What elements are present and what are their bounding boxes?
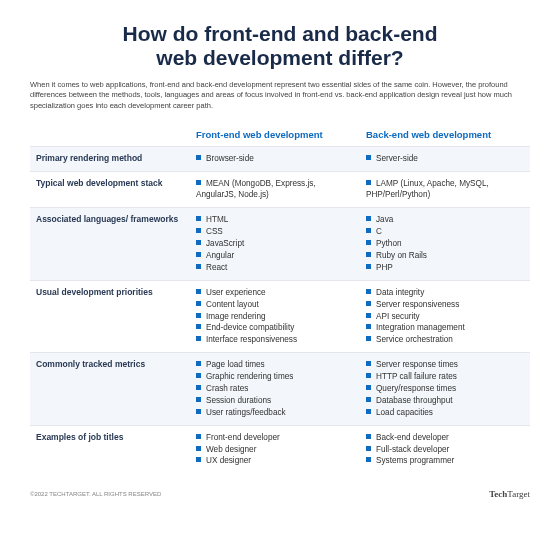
frontend-cell: User experienceContent layoutImage rende…: [190, 280, 360, 352]
list-item: PHP: [366, 262, 524, 274]
backend-list: LAMP (Linux, Apache, MySQL, PHP/Perl/Pyt…: [366, 178, 524, 202]
frontend-cell: Browser-side: [190, 146, 360, 171]
list-item: Integration management: [366, 322, 524, 334]
comparison-table: Front-end web development Back-end web d…: [30, 123, 530, 474]
list-item: Angular: [196, 250, 354, 262]
list-item: Load capacities: [366, 407, 524, 419]
list-item: React: [196, 262, 354, 274]
row-label: Examples of job titles: [30, 425, 190, 473]
brand-right: Target: [507, 489, 530, 499]
frontend-list: Front-end developerWeb designerUX design…: [196, 432, 354, 468]
row-label: Usual development priorities: [30, 280, 190, 352]
list-item: MEAN (MongoDB, Express.js, AngularJS, No…: [196, 178, 354, 202]
backend-list: Server-side: [366, 153, 524, 165]
list-item: LAMP (Linux, Apache, MySQL, PHP/Perl/Pyt…: [366, 178, 524, 202]
backend-cell: Data integrityServer responsivenessAPI s…: [360, 280, 530, 352]
frontend-list: HTMLCSSJavaScriptAngularReact: [196, 214, 354, 273]
list-item: Browser-side: [196, 153, 354, 165]
list-item: Interface responsiveness: [196, 334, 354, 346]
list-item: Web designer: [196, 444, 354, 456]
row-label: Associated languages/ frameworks: [30, 208, 190, 280]
brand-left: Tech: [489, 489, 507, 499]
table-row: Commonly tracked metricsPage load timesG…: [30, 353, 530, 425]
title-line-1: How do front-end and back-end: [123, 22, 438, 45]
backend-list: Server response timesHTTP call failure r…: [366, 359, 524, 418]
list-item: C: [366, 226, 524, 238]
frontend-list: User experienceContent layoutImage rende…: [196, 287, 354, 346]
list-item: Front-end developer: [196, 432, 354, 444]
row-label: Typical web development stack: [30, 171, 190, 208]
list-item: End-device compatibility: [196, 322, 354, 334]
list-item: UX designer: [196, 455, 354, 467]
list-item: Ruby on Rails: [366, 250, 524, 262]
footer: ©2022 TECHTARGET. ALL RIGHTS RESERVED Te…: [0, 483, 560, 499]
frontend-cell: MEAN (MongoDB, Express.js, AngularJS, No…: [190, 171, 360, 208]
frontend-list: Page load timesGraphic rendering timesCr…: [196, 359, 354, 418]
page-title: How do front-end and back-end web develo…: [30, 22, 530, 70]
list-item: User ratings/feedback: [196, 407, 354, 419]
frontend-cell: HTMLCSSJavaScriptAngularReact: [190, 208, 360, 280]
list-item: Page load times: [196, 359, 354, 371]
list-item: Session durations: [196, 395, 354, 407]
title-line-2: web development differ?: [156, 46, 403, 69]
table-row: Associated languages/ frameworksHTMLCSSJ…: [30, 208, 530, 280]
header-blank: [30, 123, 190, 147]
frontend-cell: Page load timesGraphic rendering timesCr…: [190, 353, 360, 425]
table-row: Typical web development stackMEAN (Mongo…: [30, 171, 530, 208]
list-item: Server-side: [366, 153, 524, 165]
backend-cell: LAMP (Linux, Apache, MySQL, PHP/Perl/Pyt…: [360, 171, 530, 208]
backend-list: Data integrityServer responsivenessAPI s…: [366, 287, 524, 346]
list-item: Service orchestration: [366, 334, 524, 346]
header-frontend: Front-end web development: [190, 123, 360, 147]
list-item: Content layout: [196, 299, 354, 311]
intro-paragraph: When it comes to web applications, front…: [30, 80, 530, 110]
backend-list: Back-end developerFull-stack developerSy…: [366, 432, 524, 468]
list-item: API security: [366, 311, 524, 323]
list-item: Data integrity: [366, 287, 524, 299]
list-item: Server responsiveness: [366, 299, 524, 311]
row-label: Commonly tracked metrics: [30, 353, 190, 425]
list-item: Database throughput: [366, 395, 524, 407]
brand-logo: TechTarget: [489, 489, 530, 499]
table-row: Examples of job titlesFront-end develope…: [30, 425, 530, 473]
copyright: ©2022 TECHTARGET. ALL RIGHTS RESERVED: [30, 491, 161, 497]
backend-cell: Server response timesHTTP call failure r…: [360, 353, 530, 425]
list-item: CSS: [196, 226, 354, 238]
header-backend: Back-end web development: [360, 123, 530, 147]
list-item: Server response times: [366, 359, 524, 371]
list-item: JavaScript: [196, 238, 354, 250]
table-row: Usual development prioritiesUser experie…: [30, 280, 530, 352]
frontend-list: Browser-side: [196, 153, 354, 165]
list-item: HTTP call failure rates: [366, 371, 524, 383]
backend-cell: Server-side: [360, 146, 530, 171]
table-row: Primary rendering methodBrowser-sideServ…: [30, 146, 530, 171]
list-item: Back-end developer: [366, 432, 524, 444]
backend-list: JavaCPythonRuby on RailsPHP: [366, 214, 524, 273]
list-item: Image rendering: [196, 311, 354, 323]
frontend-cell: Front-end developerWeb designerUX design…: [190, 425, 360, 473]
row-label: Primary rendering method: [30, 146, 190, 171]
list-item: Crash rates: [196, 383, 354, 395]
list-item: Systems programmer: [366, 455, 524, 467]
backend-cell: Back-end developerFull-stack developerSy…: [360, 425, 530, 473]
list-item: Python: [366, 238, 524, 250]
list-item: Java: [366, 214, 524, 226]
frontend-list: MEAN (MongoDB, Express.js, AngularJS, No…: [196, 178, 354, 202]
backend-cell: JavaCPythonRuby on RailsPHP: [360, 208, 530, 280]
list-item: HTML: [196, 214, 354, 226]
list-item: Graphic rendering times: [196, 371, 354, 383]
list-item: Query/response times: [366, 383, 524, 395]
list-item: User experience: [196, 287, 354, 299]
list-item: Full-stack developer: [366, 444, 524, 456]
